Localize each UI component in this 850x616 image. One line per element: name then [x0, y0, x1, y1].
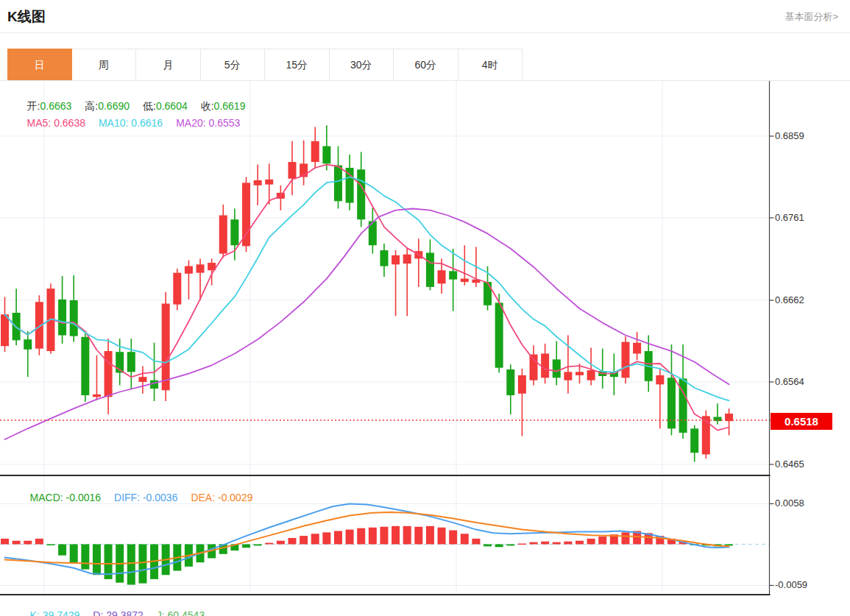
ma5-line	[5, 165, 729, 431]
axis-frame	[0, 81, 774, 595]
ma20-value: MA20: 0.6553	[176, 117, 240, 129]
candle-series	[1, 125, 733, 461]
macd-histogram	[1, 526, 733, 585]
price-axis-label: 0.6761	[775, 212, 804, 223]
macd-legend: MACD: -0.0016DIFF: -0.0036DEA: -0.0029	[18, 480, 266, 515]
macd-axis-label: 0.0058	[775, 498, 804, 509]
ma5-value: MA5: 0.6638	[27, 117, 85, 129]
ma10-value: MA10: 0.6616	[99, 117, 163, 129]
gridlines	[0, 81, 770, 595]
price-axis-label: 0.6859	[775, 130, 804, 141]
price-axis-label: 0.6465	[775, 459, 804, 470]
d-value: D: 29.3872	[93, 609, 144, 616]
price-axis-label: 0.6662	[775, 294, 804, 305]
ma-legend: MA5: 0.6638MA10: 0.6616MA20: 0.6553	[15, 105, 253, 141]
j-value: J: 60.4543	[157, 609, 205, 616]
last-price-badge: 0.6518	[771, 413, 832, 430]
macd-value: MACD: -0.0016	[30, 492, 101, 503]
ma10-line	[5, 177, 729, 401]
macd-axis-label: -0.0059	[775, 579, 807, 590]
dea-line	[5, 512, 729, 564]
k-value: K: 39.7429	[30, 609, 80, 616]
price-axis-label: 0.6564	[775, 376, 804, 387]
dea-value: DEA: -0.0029	[191, 492, 252, 503]
ma20-line	[5, 209, 729, 440]
diff-value: DIFF: -0.0036	[114, 492, 177, 503]
kdj-legend: K: 39.7429D: 29.3872J: 60.4543	[18, 598, 218, 616]
kline-page: K线图 基本面分析> 日周月5分15分30分60分4时 开:0.6663高:0.…	[0, 0, 850, 616]
